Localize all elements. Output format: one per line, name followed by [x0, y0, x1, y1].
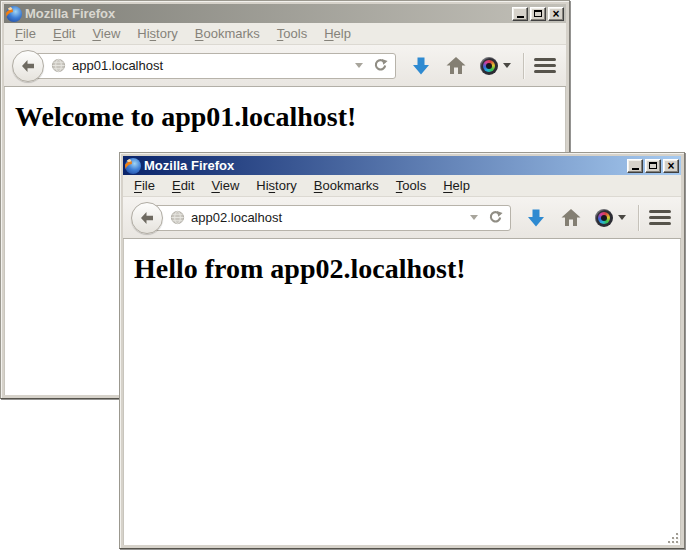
navigation-toolbar: app01.localhost: [4, 45, 566, 87]
title-bar[interactable]: Mozilla Firefox ×: [123, 156, 681, 175]
reload-icon[interactable]: [373, 58, 388, 73]
window-title: Mozilla Firefox: [25, 6, 510, 21]
menu-item-tools[interactable]: Tools: [270, 24, 314, 43]
url-value[interactable]: app02.localhost: [191, 210, 466, 225]
maximize-icon: [534, 10, 542, 17]
maximize-button[interactable]: [645, 159, 661, 173]
close-button[interactable]: ×: [548, 7, 564, 21]
menu-item-edit[interactable]: Edit: [165, 176, 201, 195]
menu-bar: FileEditViewHistoryBookmarksToolsHelp: [123, 175, 681, 197]
page-heading: Welcome to app01.localhost!: [5, 101, 565, 133]
maximize-icon: [649, 162, 657, 169]
navigation-toolbar: app02.localhost: [123, 197, 681, 239]
home-button[interactable]: [446, 56, 466, 75]
window-title: Mozilla Firefox: [144, 158, 625, 173]
menu-item-bookmarks[interactable]: Bookmarks: [307, 176, 386, 195]
menu-item-help[interactable]: Help: [436, 176, 477, 195]
close-button[interactable]: ×: [663, 159, 679, 173]
globe-icon[interactable]: [51, 58, 66, 73]
addon-button[interactable]: [595, 209, 626, 227]
back-button[interactable]: [12, 50, 44, 82]
firefox-logo-icon: [125, 158, 141, 174]
minimize-icon: [517, 16, 524, 18]
close-icon: ×: [667, 161, 674, 171]
url-dropdown-icon[interactable]: [470, 215, 478, 220]
url-dropdown-icon[interactable]: [355, 63, 363, 68]
url-bar[interactable]: app02.localhost: [147, 205, 511, 231]
addon-button[interactable]: [480, 57, 511, 75]
menu-item-help[interactable]: Help: [317, 24, 358, 43]
download-button[interactable]: [411, 56, 431, 76]
home-icon: [446, 56, 466, 75]
back-arrow-icon: [139, 210, 155, 226]
maximize-button[interactable]: [530, 7, 546, 21]
menu-item-history[interactable]: History: [249, 176, 303, 195]
menu-bar: FileEditViewHistoryBookmarksToolsHelp: [4, 23, 566, 45]
back-arrow-icon: [20, 58, 36, 74]
download-icon: [526, 208, 546, 228]
resize-grip[interactable]: [666, 531, 680, 545]
menu-item-history[interactable]: History: [130, 24, 184, 43]
home-button[interactable]: [561, 208, 581, 227]
page-heading: Hello from app02.localhost!: [124, 253, 680, 285]
back-button[interactable]: [131, 202, 163, 234]
minimize-button[interactable]: [627, 159, 643, 173]
reload-icon[interactable]: [488, 210, 503, 225]
open-menu-button[interactable]: [534, 54, 556, 78]
url-value[interactable]: app01.localhost: [72, 58, 351, 73]
addon-lens-icon: [480, 57, 498, 75]
browser-window-app02: Mozilla Firefox × FileEditViewHistoryBoo…: [119, 152, 685, 549]
close-icon: ×: [552, 9, 559, 19]
firefox-logo-icon: [6, 6, 22, 22]
minimize-icon: [632, 168, 639, 170]
download-icon: [411, 56, 431, 76]
menu-item-tools[interactable]: Tools: [389, 176, 433, 195]
toolbar-separator: [638, 205, 639, 231]
addon-dropdown-icon: [503, 63, 511, 68]
page-content-app02: Hello from app02.localhost!: [123, 239, 681, 545]
menu-item-view[interactable]: View: [85, 24, 127, 43]
menu-item-view[interactable]: View: [204, 176, 246, 195]
menu-item-file[interactable]: File: [8, 24, 43, 43]
menu-item-bookmarks[interactable]: Bookmarks: [188, 24, 267, 43]
home-icon: [561, 208, 581, 227]
menu-item-edit[interactable]: Edit: [46, 24, 82, 43]
url-bar[interactable]: app01.localhost: [28, 53, 396, 79]
addon-dropdown-icon: [618, 215, 626, 220]
title-bar[interactable]: Mozilla Firefox ×: [4, 4, 566, 23]
download-button[interactable]: [526, 208, 546, 228]
toolbar-separator: [523, 53, 524, 79]
minimize-button[interactable]: [512, 7, 528, 21]
menu-item-file[interactable]: File: [127, 176, 162, 195]
open-menu-button[interactable]: [649, 206, 671, 230]
addon-lens-icon: [595, 209, 613, 227]
globe-icon[interactable]: [170, 210, 185, 225]
